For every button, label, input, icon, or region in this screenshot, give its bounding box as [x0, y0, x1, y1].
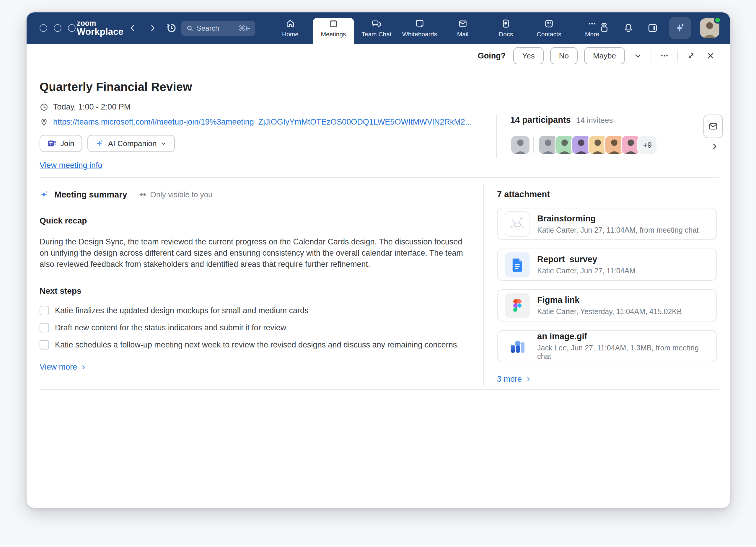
- next-step-label: Katie schedules a follow-up meeting next…: [55, 340, 459, 349]
- chat-bubbles-icon: [372, 19, 382, 29]
- header-divider: [40, 177, 719, 178]
- view-more-label: View more: [40, 362, 77, 372]
- avatar[interactable]: [700, 18, 719, 38]
- more-options-button[interactable]: [658, 49, 671, 62]
- attachment-info: an image.gif Jack Lee, Jun 27, 11:04AM, …: [537, 331, 709, 361]
- meeting-time: Today, 1:00 - 2:00 PM: [53, 102, 131, 112]
- view-more-link[interactable]: View more: [40, 362, 471, 372]
- app-window: zoom Workplace Search ⌘F Home: [27, 12, 730, 508]
- meeting-summary-section: Meeting summary Only visible to you Quic…: [40, 190, 471, 372]
- tab-contacts[interactable]: Contacts: [527, 12, 571, 44]
- zoom-workplace-logo: zoom Workplace: [77, 19, 123, 36]
- attachment-name: Figma link: [537, 295, 682, 305]
- topbar-right-controls: [597, 12, 719, 44]
- calendar-icon: [328, 19, 338, 29]
- expand-button[interactable]: [685, 49, 698, 62]
- participants-expand-button[interactable]: [708, 140, 721, 153]
- attachment-info: Figma link Katie Carter, Yesterday, 11:0…: [537, 295, 682, 316]
- rsvp-dropdown-button[interactable]: [631, 49, 644, 62]
- attachment-card[interactable]: Brainstorming Katie Carter, Jun 27, 11:0…: [497, 208, 717, 240]
- window-close-button[interactable]: [40, 24, 47, 32]
- meeting-time-row: Today, 1:00 - 2:00 PM: [40, 102, 477, 112]
- checkbox[interactable]: [40, 340, 49, 349]
- attachments-section: 7 attachment Brainstorming Katie Carter,…: [497, 190, 717, 384]
- participant-photo: [511, 136, 529, 154]
- ai-companion-label: AI Companion: [108, 139, 157, 148]
- checkbox[interactable]: [40, 323, 49, 332]
- chevron-right-icon: [148, 24, 157, 32]
- checkbox[interactable]: [40, 306, 49, 315]
- window-minimize-button[interactable]: [54, 24, 61, 32]
- close-button[interactable]: [704, 49, 717, 62]
- envelope-icon: [708, 121, 718, 131]
- attachment-meta: Katie Carter, Jun 27, 11:04AM, from meet…: [537, 226, 699, 235]
- window-zoom-button[interactable]: [68, 24, 76, 32]
- attachment-info: Report_survey Katie Carter, Jun 27, 11:0…: [537, 255, 636, 275]
- ai-companion-button[interactable]: AI Companion: [87, 135, 175, 152]
- forward-button[interactable]: [146, 21, 159, 35]
- join-button[interactable]: Join: [40, 135, 82, 152]
- rsvp-yes-button[interactable]: Yes: [513, 47, 543, 64]
- participant-avatar[interactable]: [510, 135, 530, 155]
- whiteboard-icon: [415, 19, 425, 29]
- summary-header: Meeting summary Only visible to you: [40, 190, 471, 200]
- meeting-join-link[interactable]: https://teams.microsoft.com/l/meetup-joi…: [53, 118, 472, 127]
- summary-visibility: Only visible to you: [139, 190, 213, 199]
- attachments-title: 7 attachment: [497, 190, 717, 199]
- logo-line2: Workplace: [77, 27, 123, 37]
- participants-count: 14 participants: [510, 115, 571, 125]
- rsvp-maybe-button[interactable]: Maybe: [584, 47, 625, 64]
- tab-label: Team Chat: [361, 31, 392, 38]
- ai-sparkle-icon: [674, 22, 687, 35]
- tab-home[interactable]: Home: [269, 12, 312, 44]
- view-meeting-info-link[interactable]: View meeting info: [40, 161, 102, 170]
- doc-icon: [505, 252, 530, 277]
- attachment-name: an image.gif: [537, 331, 709, 341]
- bottom-divider: [40, 389, 719, 390]
- column-divider: [483, 184, 484, 386]
- tab-whiteboards[interactable]: Whiteboards: [398, 12, 441, 44]
- search-input[interactable]: Search ⌘F: [181, 21, 255, 36]
- rsvp-row: Going? Yes No Maybe: [478, 47, 717, 64]
- online-status-dot: [714, 17, 721, 24]
- meeting-header: Quarterly Financial Review Today, 1:00 -…: [40, 80, 477, 170]
- ai-sparkle-icon: [40, 190, 50, 200]
- tab-meetings[interactable]: Meetings: [312, 12, 355, 44]
- teams-icon: [47, 139, 57, 148]
- side-panel-toggle-button[interactable]: [645, 20, 660, 36]
- attachment-card[interactable]: Report_survey Katie Carter, Jun 27, 11:0…: [497, 249, 717, 281]
- attachment-card[interactable]: Figma link Katie Carter, Yesterday, 11:0…: [497, 289, 717, 321]
- divider: [651, 50, 651, 62]
- more-dots-icon: [587, 19, 597, 29]
- tab-label: Home: [282, 31, 299, 38]
- chevron-left-icon: [128, 24, 137, 32]
- cast-icon: [599, 22, 610, 34]
- tab-mail[interactable]: Mail: [441, 12, 484, 44]
- search-shortcut: ⌘F: [238, 24, 250, 32]
- participant-avatars[interactable]: +9: [510, 135, 717, 155]
- tab-team-chat[interactable]: Team Chat: [355, 12, 398, 44]
- mail-icon: [458, 19, 468, 29]
- image-icon: [505, 333, 530, 359]
- going-label: Going?: [478, 51, 506, 61]
- participants-overflow-badge[interactable]: +9: [637, 135, 657, 155]
- more-attachments-link[interactable]: 3 more: [497, 374, 717, 384]
- rsvp-no-button[interactable]: No: [550, 47, 578, 64]
- tab-docs[interactable]: Docs: [484, 12, 527, 44]
- attachment-card[interactable]: an image.gif Jack Lee, Jun 27, 11:04AM, …: [497, 330, 717, 362]
- search-placeholder: Search: [197, 24, 219, 32]
- tab-label: More: [585, 31, 599, 38]
- attachment-name: Report_survey: [537, 255, 636, 264]
- notifications-button[interactable]: [621, 20, 636, 36]
- ai-companion-topbar-button[interactable]: [669, 17, 691, 39]
- page-title: Quarterly Financial Review: [40, 80, 477, 94]
- meeting-actions: Join AI Companion: [40, 135, 477, 152]
- back-button[interactable]: [126, 21, 139, 35]
- contacts-icon: [544, 19, 554, 29]
- more-attachments-label: 3 more: [497, 374, 522, 384]
- attachment-info: Brainstorming Katie Carter, Jun 27, 11:0…: [537, 214, 699, 235]
- participants-count-row: 14 participants 14 invitees: [510, 115, 717, 125]
- email-participants-button[interactable]: [703, 115, 723, 138]
- attachment-meta: Katie Carter, Yesterday, 11:04AM, 415.02…: [537, 307, 682, 316]
- history-button[interactable]: [165, 21, 178, 35]
